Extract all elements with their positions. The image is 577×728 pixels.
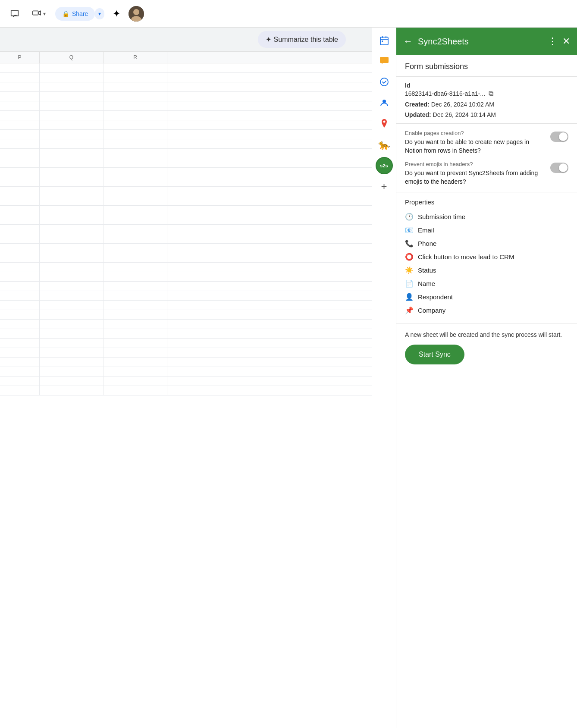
grid-cell[interactable]: [167, 253, 193, 262]
grid-cell[interactable]: [103, 73, 167, 82]
grid-cell[interactable]: [103, 215, 167, 224]
sidebar-contacts-button[interactable]: [376, 95, 393, 112]
grid-cell[interactable]: [40, 177, 103, 186]
grid-cell[interactable]: [167, 168, 193, 177]
grid-cell[interactable]: [0, 92, 40, 101]
grid-cell[interactable]: [167, 187, 193, 196]
grid-cell[interactable]: [40, 101, 103, 110]
grid-cell[interactable]: [0, 310, 40, 319]
grid-cell[interactable]: [0, 225, 40, 234]
grid-cell[interactable]: [167, 111, 193, 120]
table-row[interactable]: [0, 348, 372, 358]
grid-cell[interactable]: [103, 263, 167, 272]
grid-cell[interactable]: [0, 234, 40, 243]
table-row[interactable]: [0, 263, 372, 272]
table-row[interactable]: [0, 215, 372, 225]
table-row[interactable]: [0, 320, 372, 329]
grid-cell[interactable]: [40, 92, 103, 101]
grid-cell[interactable]: [167, 82, 193, 91]
grid-cell[interactable]: [167, 63, 193, 72]
grid-cell[interactable]: [40, 149, 103, 158]
table-row[interactable]: [0, 253, 372, 263]
grid-cell[interactable]: [0, 206, 40, 215]
external-link-icon[interactable]: ⧉: [489, 90, 493, 97]
grid-cell[interactable]: [40, 206, 103, 215]
grid-cell[interactable]: [167, 329, 193, 338]
grid-cell[interactable]: [167, 272, 193, 281]
grid-cell[interactable]: [103, 206, 167, 215]
grid-cell[interactable]: [0, 215, 40, 224]
table-row[interactable]: [0, 168, 372, 177]
table-row[interactable]: [0, 187, 372, 196]
table-row[interactable]: [0, 111, 372, 120]
grid-cell[interactable]: [167, 177, 193, 186]
grid-cell[interactable]: [167, 101, 193, 110]
grid-cell[interactable]: [167, 282, 193, 291]
grid-cell[interactable]: [0, 73, 40, 82]
toggle-pages-switch[interactable]: [550, 132, 568, 142]
grid-cell[interactable]: [40, 310, 103, 319]
table-row[interactable]: [0, 82, 372, 92]
sidebar-leopard-button[interactable]: 🐆: [376, 136, 393, 154]
table-row[interactable]: [0, 244, 372, 253]
table-row[interactable]: [0, 149, 372, 158]
panel-back-button[interactable]: ←: [403, 36, 413, 47]
grid-cell[interactable]: [0, 63, 40, 72]
table-row[interactable]: [0, 282, 372, 291]
grid-cell[interactable]: [0, 177, 40, 186]
grid-cell[interactable]: [103, 386, 167, 395]
table-row[interactable]: [0, 101, 372, 111]
grid-cell[interactable]: [0, 282, 40, 291]
grid-cell[interactable]: [167, 225, 193, 234]
grid-cell[interactable]: [0, 187, 40, 196]
table-row[interactable]: [0, 329, 372, 339]
grid-cell[interactable]: [167, 92, 193, 101]
grid-cell[interactable]: [0, 358, 40, 367]
grid-cell[interactable]: [103, 329, 167, 338]
grid-cell[interactable]: [0, 111, 40, 120]
grid-cell[interactable]: [167, 320, 193, 329]
grid-cell[interactable]: [0, 291, 40, 300]
grid-cell[interactable]: [40, 139, 103, 148]
table-row[interactable]: [0, 310, 372, 320]
grid-cell[interactable]: [103, 301, 167, 310]
table-row[interactable]: [0, 206, 372, 215]
grid-cell[interactable]: [103, 187, 167, 196]
grid-cell[interactable]: [0, 168, 40, 177]
grid-cell[interactable]: [0, 272, 40, 281]
panel-more-button[interactable]: ⋮: [548, 36, 557, 47]
grid-cell[interactable]: [167, 386, 193, 395]
table-row[interactable]: [0, 177, 372, 187]
grid-cell[interactable]: [40, 130, 103, 139]
share-dropdown-button[interactable]: ▾: [95, 8, 104, 19]
grid-cell[interactable]: [40, 386, 103, 395]
grid-cell[interactable]: [167, 263, 193, 272]
sidebar-tasks-button[interactable]: [376, 74, 393, 91]
chat-icon[interactable]: [7, 6, 22, 22]
grid-cell[interactable]: [103, 196, 167, 205]
table-row[interactable]: [0, 158, 372, 168]
grid-cell[interactable]: [0, 348, 40, 357]
grid-cell[interactable]: [0, 158, 40, 167]
grid-cell[interactable]: [103, 120, 167, 129]
grid-cell[interactable]: [0, 253, 40, 262]
grid-cell[interactable]: [103, 367, 167, 376]
toggle-emojis-switch[interactable]: [550, 163, 568, 173]
grid-cell[interactable]: [40, 348, 103, 357]
grid-cell[interactable]: [40, 244, 103, 253]
grid-cell[interactable]: [103, 168, 167, 177]
grid-cell[interactable]: [103, 244, 167, 253]
grid-cell[interactable]: [103, 139, 167, 148]
grid-cell[interactable]: [103, 149, 167, 158]
table-row[interactable]: [0, 386, 372, 395]
grid-cell[interactable]: [103, 82, 167, 91]
grid-cell[interactable]: [167, 206, 193, 215]
grid-cell[interactable]: [167, 358, 193, 367]
sidebar-add-button[interactable]: +: [376, 178, 393, 195]
table-row[interactable]: [0, 339, 372, 348]
grid-cell[interactable]: [167, 139, 193, 148]
grid-cell[interactable]: [167, 158, 193, 167]
grid-cell[interactable]: [103, 348, 167, 357]
grid-cell[interactable]: [40, 320, 103, 329]
grid-cell[interactable]: [40, 367, 103, 376]
